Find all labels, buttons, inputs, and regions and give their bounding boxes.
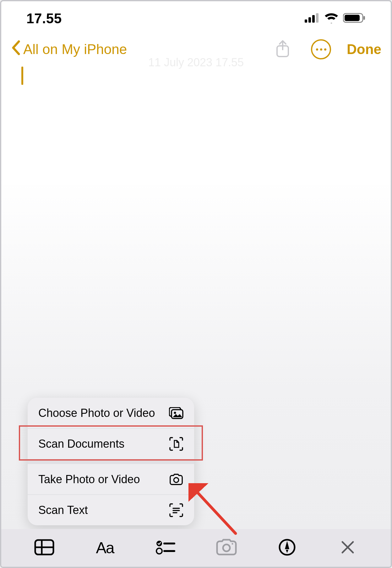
markup-icon (278, 538, 296, 557)
done-button[interactable]: Done (347, 41, 381, 57)
scan-document-icon (169, 437, 183, 451)
svg-rect-2 (312, 15, 315, 23)
toolbar-checklist[interactable] (153, 535, 178, 560)
camera-icon (215, 539, 237, 557)
back-label: All on My iPhone (23, 41, 127, 57)
toolbar-markup[interactable] (275, 535, 300, 560)
svg-rect-6 (363, 16, 365, 20)
toolbar-close[interactable] (335, 535, 360, 560)
svg-point-21 (156, 548, 162, 554)
svg-rect-1 (308, 17, 311, 23)
chevron-left-icon (11, 40, 21, 58)
toolbar-table[interactable] (32, 535, 57, 560)
wifi-icon (324, 13, 339, 25)
editor-toolbar: Aa (1, 529, 391, 567)
svg-rect-0 (305, 19, 307, 23)
svg-rect-5 (345, 15, 360, 21)
svg-point-24 (231, 543, 233, 545)
menu-item-label: Take Photo or Video (38, 473, 140, 486)
cellular-icon (305, 13, 320, 24)
toolbar-text-format[interactable]: Aa (92, 535, 117, 560)
status-time: 17.55 (26, 11, 62, 26)
camera-icon (169, 472, 183, 487)
menu-item-label: Choose Photo or Video (38, 407, 155, 420)
share-button[interactable] (273, 40, 292, 59)
text-cursor (21, 67, 23, 85)
photo-library-icon (169, 406, 183, 420)
svg-point-11 (174, 412, 176, 414)
close-icon (340, 540, 355, 556)
menu-choose-photo[interactable]: Choose Photo or Video (28, 398, 194, 428)
device-frame: 17.55 (0, 0, 392, 568)
menu-item-label: Scan Text (38, 504, 88, 517)
text-format-icon: Aa (96, 539, 114, 557)
menu-scan-documents[interactable]: Scan Documents (28, 429, 194, 459)
menu-separator-thick (28, 459, 194, 464)
toolbar-camera[interactable] (214, 535, 239, 560)
status-bar: 17.55 (1, 1, 391, 36)
checklist-icon (155, 539, 176, 556)
table-icon (34, 539, 54, 557)
more-button[interactable] (311, 39, 331, 59)
menu-take-photo[interactable]: Take Photo or Video (28, 464, 194, 494)
menu-scan-text[interactable]: Scan Text (28, 495, 194, 525)
nav-bar: All on My iPhone Done (1, 36, 391, 63)
ellipsis-icon (315, 48, 327, 51)
svg-point-12 (174, 478, 178, 482)
status-indicators (305, 13, 366, 25)
svg-point-23 (223, 544, 230, 551)
battery-icon (343, 13, 366, 25)
back-button[interactable]: All on My iPhone (11, 40, 127, 58)
share-icon (275, 40, 290, 59)
svg-rect-3 (316, 13, 318, 23)
scan-text-icon (169, 503, 183, 517)
menu-item-label: Scan Documents (38, 437, 124, 451)
camera-menu: Choose Photo or Video Scan Documents (28, 398, 194, 525)
